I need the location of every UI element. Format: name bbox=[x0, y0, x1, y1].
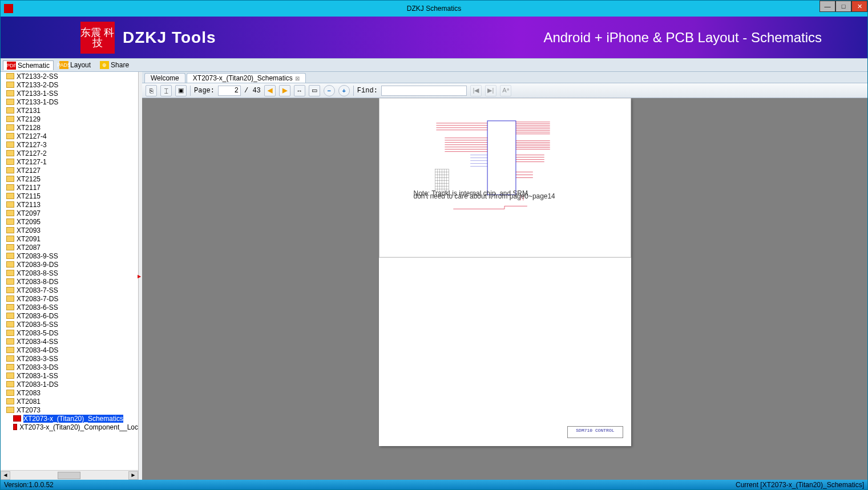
tree-folder[interactable]: XT2131 bbox=[1, 106, 138, 115]
version-label: Version:1.0.0.52 bbox=[4, 481, 54, 489]
folder-icon bbox=[6, 295, 14, 302]
folder-icon bbox=[6, 227, 14, 233]
prev-page-button[interactable]: ◀ bbox=[264, 85, 276, 96]
tree-folder[interactable]: XT2083-9-SS bbox=[1, 252, 138, 260]
fit-width-button[interactable]: ↔ bbox=[294, 85, 305, 96]
tree-folder[interactable]: XT2083-7-SS bbox=[1, 286, 138, 294]
close-button[interactable]: ✕ bbox=[851, 1, 867, 12]
fit-page-button[interactable]: ▭ bbox=[309, 85, 320, 96]
folder-icon bbox=[6, 321, 14, 327]
tree-folder[interactable]: XT2127-4 bbox=[1, 132, 138, 140]
tree-folder[interactable]: XT2129 bbox=[1, 115, 138, 123]
tree-folder[interactable]: XT2083-8-SS bbox=[1, 269, 138, 277]
tree-folder[interactable]: XT2115 bbox=[1, 192, 138, 200]
titlebar[interactable]: DZKJ Schematics — □ ✕ bbox=[1, 1, 867, 17]
maximize-button[interactable]: □ bbox=[835, 1, 851, 12]
zoom-out-button[interactable]: − bbox=[324, 85, 335, 96]
tree-folder[interactable]: XT2083-3-DS bbox=[1, 363, 138, 371]
folder-icon bbox=[6, 201, 14, 208]
tree-folder[interactable]: XT2083-8-DS bbox=[1, 277, 138, 286]
tree-folder[interactable]: XT2128 bbox=[1, 123, 138, 132]
tree-folder[interactable]: XT2133-2-SS bbox=[1, 72, 138, 80]
tree-folder[interactable]: XT2097 bbox=[1, 209, 138, 217]
tree-item-label: XT2115 bbox=[17, 192, 41, 200]
file-tree[interactable]: XT2133-2-SSXT2133-2-DSXT2133-1-SSXT2133-… bbox=[1, 72, 138, 470]
tree-item-label: XT2083-4-DS bbox=[17, 346, 58, 354]
scroll-left-button[interactable]: ◄ bbox=[1, 471, 10, 480]
tree-folder[interactable]: XT2083 bbox=[1, 388, 138, 397]
tree-folder[interactable]: XT2127 bbox=[1, 166, 138, 175]
pads-icon: PADS bbox=[59, 61, 68, 69]
tree-folder[interactable]: XT2133-2-DS bbox=[1, 80, 138, 89]
splitter[interactable] bbox=[139, 72, 142, 480]
sidebar-hscroll[interactable]: ◄ ► bbox=[1, 470, 138, 480]
pdf-viewer[interactable]: Note: TrackI is internal chip, and SRM d… bbox=[142, 98, 867, 480]
copy-button[interactable]: ⎘ bbox=[146, 85, 157, 96]
tree-folder[interactable]: XT2083-1-DS bbox=[1, 380, 138, 388]
tree-folder[interactable]: XT2083-6-DS bbox=[1, 311, 138, 320]
tab-schematic[interactable]: PDFSchematic bbox=[3, 60, 54, 70]
pdf-page: Note: TrackI is internal chip, and SRM d… bbox=[379, 98, 631, 446]
tree-folder[interactable]: XT2127-3 bbox=[1, 140, 138, 149]
tree-folder[interactable]: XT2125 bbox=[1, 175, 138, 183]
folder-icon bbox=[6, 355, 14, 362]
tree-item-label: XT2083-3-DS bbox=[17, 363, 58, 371]
tab-share[interactable]: ⊕Share bbox=[96, 60, 132, 70]
folder-icon bbox=[6, 330, 14, 336]
tree-folder[interactable]: XT2083-3-SS bbox=[1, 354, 138, 363]
tree-file[interactable]: XT2073-x_(Titan20)_Component__Loc bbox=[1, 423, 138, 431]
tree-folder[interactable]: XT2087 bbox=[1, 243, 138, 252]
tree-item-label: XT2133-1-SS bbox=[17, 90, 58, 98]
banner: 东震 科技 DZKJ Tools Android + iPhone & PCB … bbox=[1, 17, 867, 58]
folder-icon bbox=[6, 381, 14, 387]
sidebar: XT2133-2-SSXT2133-2-DSXT2133-1-SSXT2133-… bbox=[1, 72, 139, 480]
tree-folder[interactable]: XT2127-1 bbox=[1, 157, 138, 166]
separator bbox=[353, 86, 354, 96]
tree-folder[interactable]: XT2083-7-DS bbox=[1, 294, 138, 303]
tree-folder[interactable]: XT2117 bbox=[1, 183, 138, 192]
title-block: SDM710 CONTROL bbox=[567, 426, 623, 438]
tree-folder[interactable]: XT2083-9-DS bbox=[1, 260, 138, 269]
tree-folder[interactable]: XT2081 bbox=[1, 397, 138, 406]
minimize-button[interactable]: — bbox=[819, 1, 835, 12]
tree-folder[interactable]: XT2083-5-DS bbox=[1, 329, 138, 337]
text-select-button[interactable]: ⌶ bbox=[160, 85, 172, 96]
find-input[interactable] bbox=[381, 86, 467, 96]
tree-folder[interactable]: XT2083-4-SS bbox=[1, 337, 138, 346]
tree-folder[interactable]: XT2127-2 bbox=[1, 149, 138, 157]
find-prev-button[interactable]: |◀ bbox=[470, 85, 482, 96]
tab-layout[interactable]: PADSLayout bbox=[56, 60, 94, 70]
page-input[interactable] bbox=[218, 86, 241, 96]
body: XT2133-2-SSXT2133-2-DSXT2133-1-SSXT2133-… bbox=[1, 72, 867, 480]
next-page-button[interactable]: ▶ bbox=[279, 85, 290, 96]
tree-folder[interactable]: XT2091 bbox=[1, 234, 138, 243]
scroll-right-button[interactable]: ► bbox=[128, 471, 138, 480]
tree-file[interactable]: XT2073-x_(Titan20)_Schematics bbox=[1, 414, 138, 423]
folder-icon bbox=[6, 184, 14, 191]
tree-folder[interactable]: XT2073 bbox=[1, 406, 138, 414]
tree-item-label: XT2083-9-DS bbox=[17, 261, 58, 269]
tree-folder[interactable]: XT2083-6-SS bbox=[1, 303, 138, 311]
scroll-track[interactable] bbox=[10, 471, 128, 480]
tree-folder[interactable]: XT2113 bbox=[1, 200, 138, 209]
tree-folder[interactable]: XT2133-1-DS bbox=[1, 98, 138, 106]
find-next-button[interactable]: ▶| bbox=[485, 85, 496, 96]
tree-folder[interactable]: XT2133-1-SS bbox=[1, 89, 138, 98]
doc-tab-welcome[interactable]: Welcome bbox=[144, 73, 185, 83]
document-tabs: Welcome XT2073-x_(Titan20)_Schematics⊠ bbox=[142, 72, 867, 83]
folder-icon bbox=[6, 82, 14, 88]
close-tab-icon[interactable]: ⊠ bbox=[295, 75, 300, 82]
tree-folder[interactable]: XT2083-5-SS bbox=[1, 320, 138, 329]
tree-folder[interactable]: XT2083-1-SS bbox=[1, 371, 138, 380]
tree-folder[interactable]: XT2083-4-DS bbox=[1, 346, 138, 354]
tree-folder[interactable]: XT2095 bbox=[1, 217, 138, 226]
folder-icon bbox=[6, 390, 14, 396]
scroll-thumb[interactable] bbox=[58, 472, 80, 479]
doc-tab-schematics[interactable]: XT2073-x_(Titan20)_Schematics⊠ bbox=[187, 73, 306, 83]
zoom-in-button[interactable]: + bbox=[338, 85, 350, 96]
snapshot-button[interactable]: ▣ bbox=[175, 85, 187, 96]
match-case-button[interactable]: Aᵃ bbox=[500, 85, 511, 96]
window-title: DZKJ Schematics bbox=[407, 5, 461, 13]
tree-folder[interactable]: XT2093 bbox=[1, 226, 138, 234]
folder-icon bbox=[6, 116, 14, 122]
